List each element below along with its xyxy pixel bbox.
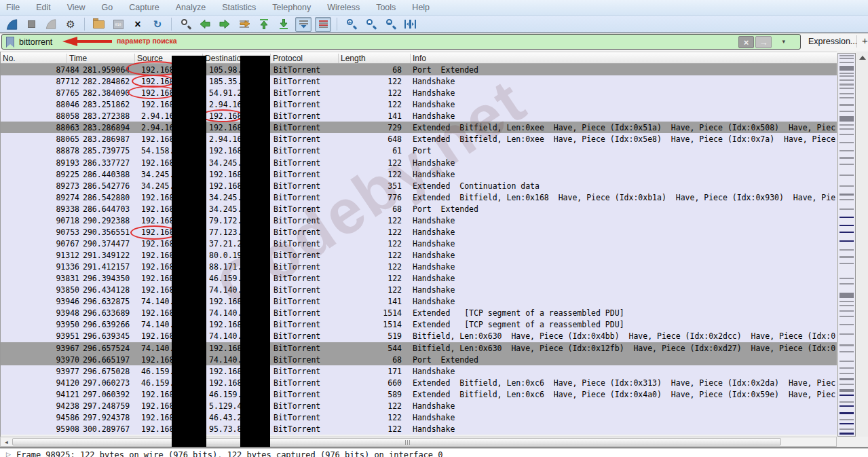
packet-row[interactable]: 90718290.292388192.16879.172.BitTorrent1… [0, 215, 837, 226]
colorize-icon[interactable] [315, 17, 331, 32]
cell-time: 300.289767 [83, 424, 130, 434]
clear-filter-button[interactable]: × [738, 36, 754, 48]
cell-pro: BitTorrent [273, 355, 320, 365]
packet-row[interactable]: 89193286.337727192.16834.245.BitTorrent1… [0, 157, 837, 168]
packet-row[interactable]: 87712282.284862192.168185.35.BitTorrent1… [0, 75, 837, 87]
resize-columns-icon[interactable] [402, 17, 418, 32]
filter-value[interactable]: bittorrent [19, 37, 52, 47]
go-forward-icon[interactable] [216, 17, 233, 32]
column-header-no[interactable]: No. [3, 54, 16, 63]
menu-telephony[interactable]: Telephony [272, 3, 311, 12]
filter-dropdown-icon[interactable]: ▾ [782, 38, 785, 45]
capture-options-icon[interactable]: ⚙ [62, 17, 79, 32]
menu-file[interactable]: File [6, 3, 20, 12]
packet-row[interactable]: 93946296.63287574.140.192.168BitTorrent1… [0, 295, 837, 307]
packet-row[interactable]: 93950296.63926674.140.192.168BitTorrent1… [0, 318, 837, 330]
stop-capture-icon[interactable] [23, 17, 39, 32]
cell-src: 192.168 [141, 401, 174, 411]
scroll-up-icon[interactable] [859, 56, 866, 60]
reload-icon[interactable]: ↻ [149, 17, 166, 32]
packet-row[interactable]: 93967296.65752474.140.192.168BitTorrent5… [0, 342, 837, 354]
zoom-reset-icon[interactable]: = [382, 17, 398, 32]
start-capture-icon[interactable] [3, 17, 20, 32]
packet-row[interactable]: 93850296.434128192.16874.140.BitTorrent1… [0, 284, 837, 295]
menu-wireless[interactable]: Wireless [327, 3, 360, 12]
packet-row[interactable]: 88063283.2868942.94.16192.168BitTorrent7… [0, 122, 837, 133]
minimap-stripe [839, 278, 854, 279]
minimap-stripe [839, 373, 854, 374]
packet-row[interactable]: 88058283.2723882.94.16192.168BitTorrent1… [0, 110, 837, 122]
menu-help[interactable]: Help [412, 3, 430, 12]
zoom-in-icon[interactable]: + [343, 17, 359, 32]
packet-list-header[interactable]: No.TimeSourceDestinationProtocolLengthIn… [0, 52, 837, 64]
minimap-stripe [839, 361, 854, 362]
cell-dst: 79.172. [209, 216, 242, 225]
column-header-time[interactable]: Time [69, 54, 87, 63]
cell-src: 192.168 [141, 239, 174, 249]
packet-row[interactable]: 93951296.639345192.16874.140.BitTorrent5… [0, 330, 837, 342]
packet-row[interactable]: 91312291.349122192.16880.0.19BitTorrent1… [0, 249, 837, 261]
menu-tools[interactable]: Tools [376, 3, 396, 12]
cell-time: 296.633689 [83, 308, 130, 318]
packet-row[interactable]: 93970296.665197192.16874.140.BitTorrent6… [0, 354, 837, 365]
packet-row[interactable]: 91336291.412157192.16888.171.BitTorrent1… [0, 261, 837, 272]
packet-row[interactable]: 87765282.384090192.16854.91.2BitTorrent1… [0, 87, 837, 98]
packet-row[interactable]: 89338286.644703192.16834.245.BitTorrent6… [0, 203, 837, 215]
packet-row[interactable]: 94238297.248759192.1685.129.4BitTorrent1… [0, 400, 837, 412]
scrollbar-gutter[interactable] [856, 52, 868, 437]
menu-edit[interactable]: Edit [36, 3, 51, 12]
close-file-icon[interactable]: × [130, 17, 146, 32]
auto-scroll-icon[interactable] [295, 17, 312, 32]
go-back-icon[interactable] [197, 17, 213, 32]
cell-time: 283.286987 [83, 134, 130, 144]
packet-row[interactable]: 88878285.73977554.158.192.168BitTorrent6… [0, 145, 837, 156]
cell-dst: 95.73.8 [209, 424, 242, 434]
menu-statistics[interactable]: Statistics [222, 3, 256, 12]
intelligent-scrollbar[interactable] [837, 53, 856, 437]
zoom-out-icon[interactable]: - [362, 17, 379, 32]
save-file-icon[interactable]: 010 [110, 17, 126, 32]
packet-row[interactable]: 94586297.924378192.16846.43.2BitTorrent1… [0, 412, 837, 423]
column-header-protocol[interactable]: Protocol [273, 54, 303, 63]
find-packet-icon[interactable] [177, 17, 193, 32]
packet-row[interactable]: 94121297.060392192.16846.159.BitTorrent5… [0, 388, 837, 400]
go-first-icon[interactable] [256, 17, 272, 32]
packet-row[interactable]: 90767290.374477192.16837.21.2BitTorrent1… [0, 238, 837, 249]
packet-row[interactable]: 94120297.06027346.159.192.168BitTorrent6… [0, 377, 837, 388]
cell-pro: BitTorrent [273, 239, 320, 249]
go-last-icon[interactable] [276, 17, 292, 32]
menu-capture[interactable]: Capture [129, 3, 159, 12]
scroll-left-icon[interactable]: ◂ [2, 438, 11, 445]
menu-view[interactable]: View [67, 3, 86, 12]
packet-row[interactable]: 87484281.959064192.168105.98.BitTorrent6… [0, 64, 837, 75]
add-filter-button[interactable]: + [862, 35, 868, 46]
restart-capture-icon[interactable] [43, 17, 59, 32]
packet-row[interactable]: 93948296.633689192.16874.140.BitTorrent1… [0, 307, 837, 318]
packet-row[interactable]: 93831296.394350192.16846.159.BitTorrent1… [0, 272, 837, 284]
horizontal-scrollbar-thumb[interactable] [12, 438, 781, 445]
menu-go[interactable]: Go [102, 3, 113, 12]
packet-row[interactable]: 88065283.286987192.1682.94.16BitTorrent6… [0, 133, 837, 145]
apply-filter-button[interactable]: → [755, 36, 772, 48]
packet-row[interactable]: 89225286.44038834.245.192.168BitTorrent1… [0, 168, 837, 180]
open-file-icon[interactable] [90, 17, 107, 32]
minimap-stripe [839, 73, 854, 74]
expander-icon[interactable]: ▷ [6, 451, 11, 457]
column-header-info[interactable]: Info [413, 54, 426, 63]
expression-button[interactable]: Expression... [808, 37, 857, 46]
packet-row[interactable]: 88046283.251862192.1682.94.16BitTorrent1… [0, 98, 837, 110]
packet-row[interactable]: 90753290.356551192.16877.123.BitTorrent1… [0, 226, 837, 238]
packet-row[interactable]: 89274286.542880192.16834.245.BitTorrent7… [0, 191, 837, 203]
packet-row[interactable]: 89273286.54277634.245.192.168BitTorrent3… [0, 180, 837, 191]
cell-pro: BitTorrent [273, 251, 320, 260]
cell-dst: 74.140. [209, 285, 242, 295]
bookmark-icon[interactable] [6, 37, 14, 48]
cell-no: 93970 [0, 355, 79, 365]
packet-row[interactable]: 93977296.67502846.159.192.168BitTorrent1… [0, 365, 837, 377]
minimap-stripe [839, 428, 854, 430]
packet-row[interactable]: 95908300.289767192.16895.73.8BitTorrent1… [0, 423, 837, 435]
column-header-length[interactable]: Length [341, 54, 366, 63]
horizontal-scrollbar[interactable]: ◂ [0, 437, 837, 447]
go-to-packet-icon[interactable] [236, 17, 252, 32]
menu-analyze[interactable]: Analyze [176, 3, 206, 12]
